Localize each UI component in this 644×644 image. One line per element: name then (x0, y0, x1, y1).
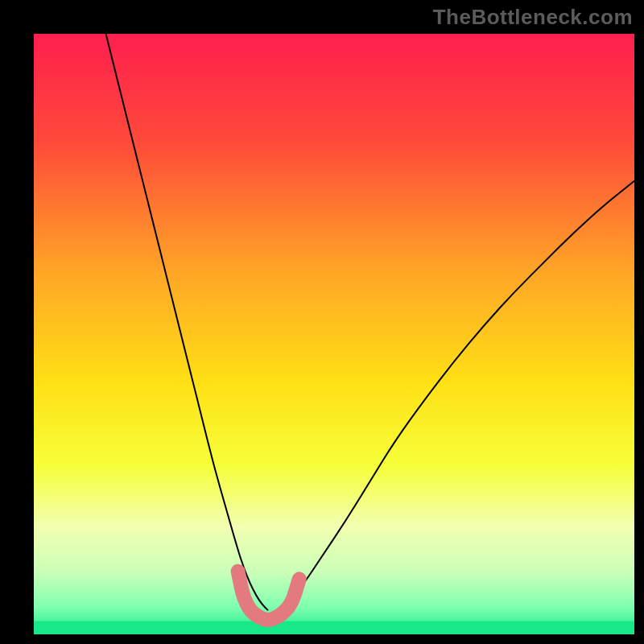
bottom-marker-band (238, 572, 299, 620)
right-curve (280, 181, 634, 610)
left-curve (106, 34, 268, 610)
curves-layer (34, 34, 634, 634)
chart-frame: TheBottleneck.com (0, 0, 644, 644)
watermark-text: TheBottleneck.com (433, 5, 633, 30)
plot-area (34, 34, 634, 634)
